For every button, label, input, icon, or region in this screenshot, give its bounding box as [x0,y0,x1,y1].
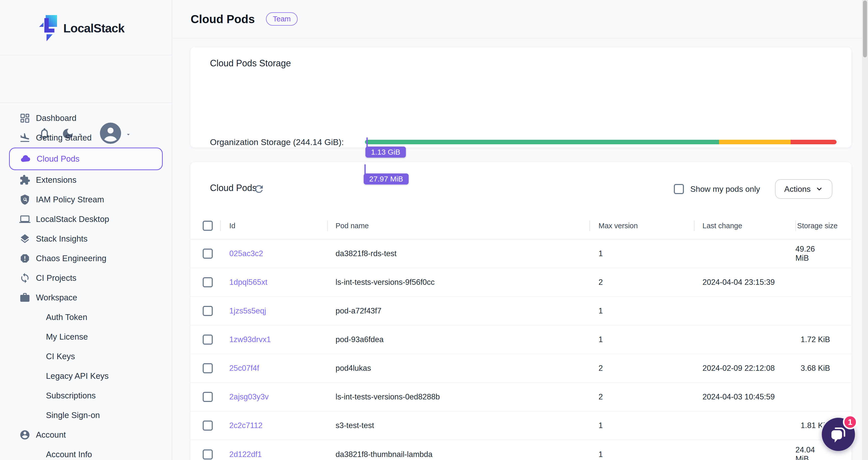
last-change-cell [694,325,796,354]
pod-id-link[interactable]: 2ajsg03y3v [229,392,269,401]
column-header-pod-name[interactable]: Pod name [327,212,589,239]
pod-id-link[interactable]: 1jzs5s5eqj [229,307,266,315]
sidebar-item-label: Subscriptions [46,391,96,400]
sidebar-item-localstack-desktop[interactable]: LocalStack Desktop [0,209,172,229]
pod-name-cell: pod-a72f43f7 [327,297,589,325]
flight-land-icon [19,132,30,143]
pod-id-link[interactable]: 1zw93drvx1 [229,335,271,344]
sidebar-item-label: IAM Policy Stream [36,195,104,204]
user-usage-marker [365,164,366,174]
sidebar-item-label: Cloud Pods [37,154,80,164]
refresh-icon[interactable] [253,183,265,195]
scrollbar-thumb[interactable] [863,0,867,57]
account-circle-icon [19,429,30,440]
pods-table: Id Pod name Max version Last change Stor… [190,212,851,460]
pod-name-cell: ls-int-tests-versions-9f56f0cc [327,268,589,296]
sidebar-item-subscriptions[interactable]: Subscriptions [0,386,172,405]
page-header: Cloud Pods Team [173,0,868,38]
shield-search-icon [19,194,30,205]
sidebar-item-iam-policy-stream[interactable]: IAM Policy Stream [0,190,172,209]
bar-segment-yellow [719,140,790,144]
row-checkbox[interactable] [203,450,213,460]
sidebar-item-label: CI Projects [36,273,76,283]
pod-name-cell: da3821f8-thumbnail-lambda [327,440,589,460]
team-badge: Team [266,12,298,26]
pod-id-link[interactable]: 1dpql565xt [229,278,268,287]
last-change-cell: 2024-04-03 10:45:59 [694,383,796,411]
dashboard-icon [19,113,30,124]
column-header-id[interactable]: Id [220,212,327,239]
sidebar-item-single-sign-on[interactable]: Single Sign-on [0,405,172,425]
actions-button[interactable]: Actions [775,179,832,199]
pod-id-link[interactable]: 25c07f4f [229,364,259,373]
storage-size-cell [796,383,851,411]
logo-text: LocalStack [63,21,124,35]
column-header-last-change[interactable]: Last change [694,212,796,239]
sidebar-item-label: Stack Insights [36,234,87,243]
max-version-cell: 2 [589,268,694,296]
row-checkbox[interactable] [203,306,213,316]
sidebar-item-label: Account Info [46,450,92,459]
chat-launcher-button[interactable]: 1 [822,418,855,451]
sidebar-item-account[interactable]: Account [0,425,172,445]
row-checkbox[interactable] [203,421,213,431]
max-version-cell: 2 [589,383,694,411]
laptop-icon [19,214,30,225]
user-usage-badge: 27.97 MiB [364,173,409,184]
sidebar-item-account-info[interactable]: Account Info [0,445,172,460]
sidebar-item-dashboard[interactable]: Dashboard [0,108,172,128]
sidebar-item-label: Dashboard [36,113,76,123]
sidebar-item-label: Getting Started [36,133,92,143]
last-change-cell [694,411,796,440]
sidebar-item-cloud-pods[interactable]: Cloud Pods [9,148,163,170]
sidebar-item-ci-projects[interactable]: CI Projects [0,268,172,288]
pod-id-link[interactable]: 2d122df1 [229,450,262,459]
pods-controls: Show my pods only Actions [674,178,832,200]
row-checkbox[interactable] [203,249,213,259]
show-my-pods-checkbox[interactable] [674,184,684,194]
org-usage-badge: 1.13 GiB [366,147,406,157]
row-checkbox[interactable] [203,277,213,287]
pod-name-cell: pod-93a6fdea [327,325,589,354]
pod-id-link[interactable]: 2c2c7112 [229,421,262,430]
org-storage-bar [365,140,837,144]
actions-button-label: Actions [784,184,811,194]
pod-id-link[interactable]: 025ac3c2 [229,249,263,258]
storage-size-cell: 49.26 MiB [796,239,851,268]
column-header-max-version[interactable]: Max version [589,212,694,239]
last-change-cell [694,239,796,268]
cloud-pods-card: Cloud Pods Show my pods only Actions Id [190,162,852,460]
select-all-checkbox[interactable] [203,221,213,231]
sidebar-item-workspace[interactable]: Workspace [0,288,172,308]
storage-size-cell [796,297,851,325]
localstack-logo-icon [39,15,59,41]
bar-segment-green [365,140,719,144]
sidebar-item-my-license[interactable]: My License [0,327,172,347]
bar-segment-red [790,140,837,144]
last-change-cell: 2024-02-09 22:12:08 [694,354,796,382]
sidebar-item-chaos-engineering[interactable]: Chaos Engineering [0,249,172,268]
chevron-down-icon [815,185,823,193]
show-my-pods-label: Show my pods only [690,184,760,194]
sidebar-item-stack-insights[interactable]: Stack Insights [0,229,172,249]
localstack-logo[interactable]: LocalStack [39,15,124,41]
sidebar: LocalStack Das [0,0,172,460]
table-row: 1zw93drvx1 pod-93a6fdea 1 1.72 KiB [190,325,851,354]
logo-block: LocalStack [0,0,172,55]
sidebar-item-legacy-api-keys[interactable]: Legacy API Keys [0,366,172,386]
sidebar-item-getting-started[interactable]: Getting Started [0,128,172,148]
table-row: 025ac3c2 da3821f8-rds-test 1 49.26 MiB [190,239,851,268]
sidebar-item-auth-token[interactable]: Auth Token [0,308,172,327]
row-checkbox[interactable] [203,392,213,402]
sidebar-item-label: Workspace [36,293,77,303]
briefcase-icon [19,292,30,303]
org-usage-marker [366,138,368,147]
column-header-storage-size[interactable]: Storage size [796,212,851,239]
sidebar-item-extensions[interactable]: Extensions [0,170,172,190]
row-checkbox[interactable] [203,335,213,345]
sidebar-item-ci-keys[interactable]: CI Keys [0,347,172,366]
sidebar-item-label: LocalStack Desktop [36,214,109,224]
row-checkbox[interactable] [203,363,213,373]
max-version-cell: 1 [589,325,694,354]
storage-size-cell: 1.72 KiB [796,325,851,354]
